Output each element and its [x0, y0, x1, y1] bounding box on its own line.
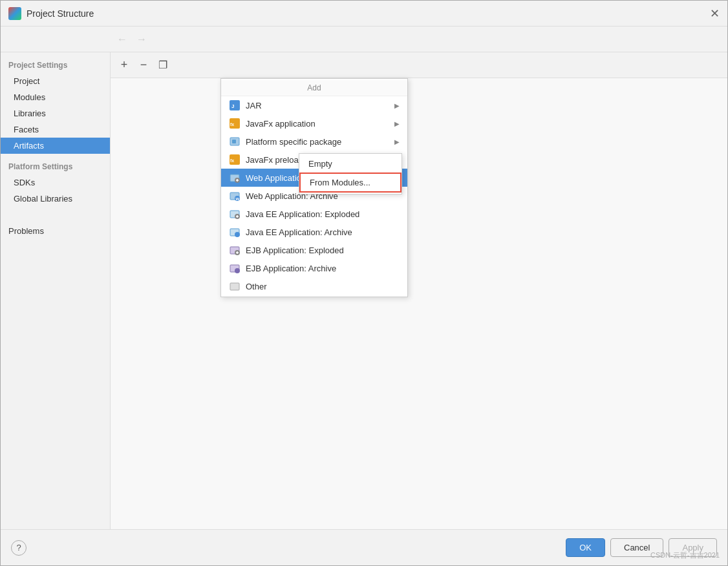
- content-toolbar: + − ❐: [111, 52, 727, 78]
- submenu: Empty From Modules...: [299, 153, 402, 194]
- sidebar-item-libraries[interactable]: Libraries: [1, 105, 110, 121]
- sidebar-section-platform-settings: Platform Settings: [1, 159, 110, 174]
- jar-arrow: ▶: [394, 102, 400, 109]
- app-icon: [8, 7, 21, 20]
- svg-point-16: [235, 232, 240, 237]
- bottom-left: ?: [11, 540, 27, 556]
- sidebar-item-facets[interactable]: Facets: [1, 121, 110, 138]
- window-title: Project Structure: [27, 8, 709, 19]
- dropdown-item-javafx-app[interactable]: fx JavaFx application ▶: [221, 114, 407, 132]
- bottom-bar: ? OK Cancel Apply: [1, 529, 727, 565]
- sidebar-item-artifacts[interactable]: Artifacts: [1, 138, 110, 154]
- dropdown-item-ejb-archive[interactable]: EJB Application: Archive: [221, 259, 407, 277]
- back-button[interactable]: ←: [114, 31, 131, 48]
- svg-rect-21: [230, 283, 239, 290]
- ejb-archive-icon: [229, 262, 241, 274]
- svg-text:J: J: [231, 103, 234, 109]
- toolbar: ← →: [1, 26, 727, 52]
- dropdown-item-other[interactable]: Other: [221, 277, 407, 295]
- dropdown-item-ejb-exploded[interactable]: EJB Application: Exploded: [221, 241, 407, 259]
- svg-point-20: [235, 268, 240, 273]
- submenu-item-from-modules[interactable]: From Modules...: [299, 173, 401, 193]
- forward-button[interactable]: →: [133, 31, 150, 48]
- sidebar-item-global-libraries[interactable]: Global Libraries: [1, 191, 110, 207]
- project-structure-window: Project Structure ✕ ← → Project Settings…: [0, 0, 728, 566]
- sidebar-section-project-settings: Project Settings: [1, 58, 110, 73]
- add-button[interactable]: +: [116, 57, 133, 74]
- ejb-exploded-icon: [229, 244, 241, 256]
- ok-button[interactable]: OK: [566, 538, 605, 557]
- dropdown-item-javaee-archive[interactable]: Java EE Application: Archive: [221, 223, 407, 241]
- svg-text:W: W: [236, 197, 240, 201]
- platform-pkg-arrow: ▶: [394, 138, 400, 145]
- dropdown-item-jar[interactable]: J JAR ▶: [221, 96, 407, 114]
- dropdown-header: Add: [221, 80, 407, 96]
- problems-section: Problems: [1, 220, 110, 242]
- other-icon: [229, 280, 241, 292]
- dropdown-item-javaee-exploded[interactable]: Java EE Application: Exploded: [221, 205, 407, 223]
- javaee-archive-icon: [229, 226, 241, 238]
- content-area: + − ❐ Add J JAR ▶ fx JavaFx: [111, 52, 727, 529]
- main-content: Project Settings Project Modules Librari…: [1, 52, 727, 529]
- sidebar-item-project[interactable]: Project: [1, 73, 110, 89]
- sidebar: Project Settings Project Modules Librari…: [1, 52, 111, 529]
- help-button[interactable]: ?: [11, 540, 27, 556]
- svg-text:fx: fx: [230, 158, 234, 163]
- watermark: CSDN-云哲-吉吉2021: [650, 550, 720, 560]
- problems-label[interactable]: Problems: [8, 223, 102, 239]
- svg-rect-5: [232, 140, 236, 143]
- javafx-preloader-icon: fx: [229, 154, 241, 165]
- web-archive-icon: W: [229, 190, 241, 202]
- close-button[interactable]: ✕: [709, 8, 720, 19]
- javafx-app-icon: fx: [229, 118, 241, 129]
- sidebar-item-modules[interactable]: Modules: [1, 89, 110, 105]
- copy-button[interactable]: ❐: [155, 57, 171, 74]
- dropdown-item-platform-pkg[interactable]: Platform specific package ▶: [221, 132, 407, 151]
- jar-icon: J: [229, 100, 241, 111]
- title-bar: Project Structure ✕: [1, 1, 727, 26]
- submenu-item-empty[interactable]: Empty: [299, 155, 401, 173]
- svg-text:fx: fx: [230, 122, 234, 127]
- javaee-exploded-icon: [229, 208, 241, 220]
- web-exploded-icon: [229, 172, 241, 183]
- javafx-app-arrow: ▶: [394, 120, 400, 127]
- sidebar-item-sdks[interactable]: SDKs: [1, 174, 110, 191]
- remove-button[interactable]: −: [135, 57, 152, 74]
- platform-pkg-icon: [229, 136, 241, 147]
